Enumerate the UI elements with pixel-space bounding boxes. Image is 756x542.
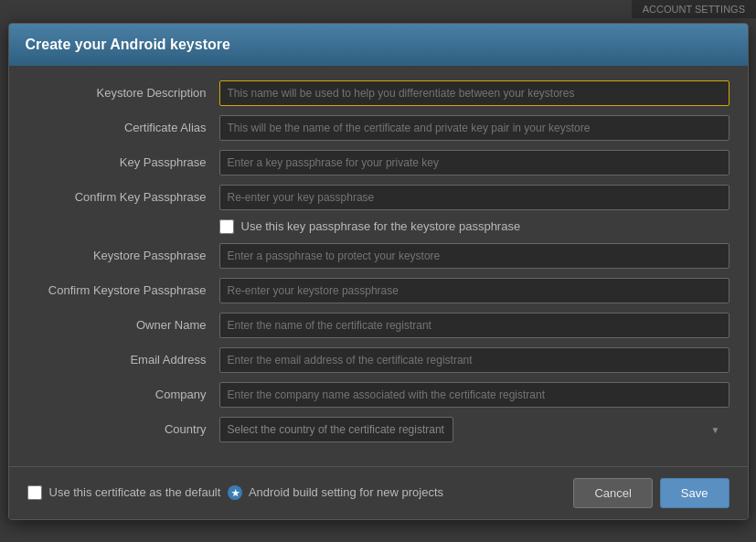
- info-icon: ★: [228, 485, 242, 500]
- country-select-wrapper: Select the country of the certificate re…: [219, 417, 729, 442]
- key-passphrase-input[interactable]: [219, 150, 729, 175]
- owner-name-row: Owner Name: [27, 313, 729, 338]
- confirm-key-passphrase-input[interactable]: [219, 185, 729, 210]
- keystore-passphrase-label: Keystore Passphrase: [27, 249, 219, 262]
- footer-checkbox-area: Use this certificate as the default ★ An…: [27, 485, 567, 501]
- use-key-passphrase-checkbox[interactable]: [219, 219, 234, 234]
- modal-header: Create your Android keystore: [9, 24, 748, 66]
- keystore-description-row: Keystore Description: [27, 80, 729, 106]
- email-address-row: Email Address: [27, 347, 729, 373]
- owner-name-input[interactable]: [219, 313, 729, 338]
- email-address-label: Email Address: [27, 353, 219, 367]
- certificate-alias-label: Certificate Alias: [27, 121, 219, 134]
- email-address-input[interactable]: [219, 347, 729, 373]
- modal-title: Create your Android keystore: [26, 37, 230, 52]
- keystore-description-input[interactable]: [219, 80, 729, 106]
- use-key-passphrase-row: Use this key passphrase for the keystore…: [27, 219, 729, 234]
- confirm-key-passphrase-label: Confirm Key Passphrase: [27, 190, 219, 204]
- country-row: Country Select the country of the certif…: [27, 417, 729, 442]
- confirm-key-passphrase-row: Confirm Key Passphrase: [27, 185, 729, 210]
- key-passphrase-label: Key Passphrase: [27, 155, 219, 169]
- cancel-button[interactable]: Cancel: [573, 478, 652, 508]
- company-row: Company: [27, 382, 729, 408]
- keystore-passphrase-row: Keystore Passphrase: [27, 243, 729, 269]
- default-certificate-checkbox[interactable]: [27, 485, 42, 500]
- use-key-passphrase-label: Use this key passphrase for the keystore…: [241, 219, 521, 233]
- create-keystore-modal: Create your Android keystore Keystore De…: [8, 23, 749, 520]
- confirm-keystore-passphrase-row: Confirm Keystore Passphrase: [27, 278, 729, 303]
- modal-overlay: Create your Android keystore Keystore De…: [0, 0, 756, 542]
- keystore-description-label: Keystore Description: [27, 86, 219, 100]
- default-certificate-label: Use this certificate as the default ★ An…: [49, 485, 444, 501]
- modal-body: Keystore Description Certificate Alias K…: [9, 66, 748, 466]
- country-select[interactable]: Select the country of the certificate re…: [219, 417, 453, 442]
- confirm-keystore-passphrase-label: Confirm Keystore Passphrase: [27, 283, 219, 297]
- keystore-passphrase-input[interactable]: [219, 243, 729, 269]
- company-label: Company: [27, 388, 219, 401]
- certificate-alias-input[interactable]: [219, 115, 729, 141]
- certificate-alias-row: Certificate Alias: [27, 115, 729, 141]
- modal-footer: Use this certificate as the default ★ An…: [9, 466, 748, 519]
- country-label: Country: [27, 422, 219, 436]
- save-button[interactable]: Save: [660, 478, 729, 508]
- company-input[interactable]: [219, 382, 729, 408]
- key-passphrase-row: Key Passphrase: [27, 150, 729, 175]
- owner-name-label: Owner Name: [27, 318, 219, 332]
- confirm-keystore-passphrase-input[interactable]: [219, 278, 729, 303]
